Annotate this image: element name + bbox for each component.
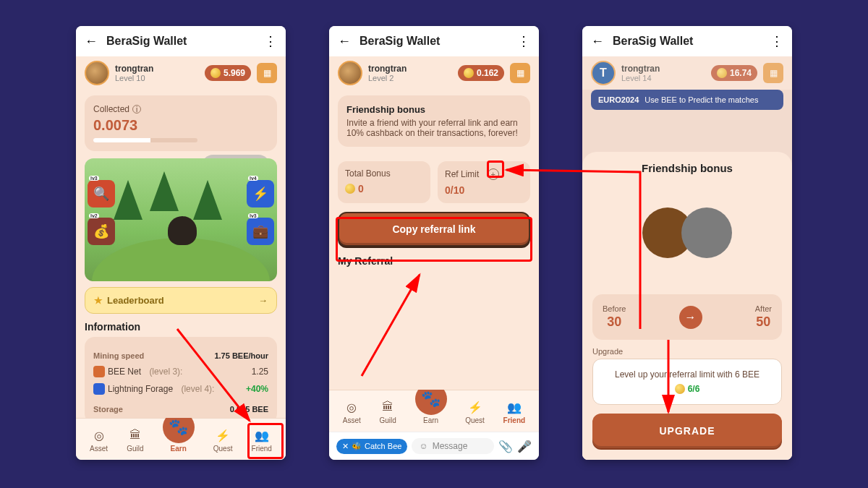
nav-asset[interactable]: ◎Asset xyxy=(343,399,361,424)
user-level: Level 14 xyxy=(621,74,705,82)
bonus-description: Invite a friend with your referral link … xyxy=(346,118,522,138)
app-title: BeraSig Wallet xyxy=(613,35,762,48)
coin-icon xyxy=(464,68,474,78)
back-icon[interactable]: ← xyxy=(338,34,351,49)
chevron-right-icon: → xyxy=(258,295,268,306)
gray-bear-icon xyxy=(681,207,732,258)
nav-friend[interactable]: 👥Friend xyxy=(252,427,272,453)
information-heading: Information xyxy=(85,321,277,333)
upgrade-button[interactable]: UPGRADE xyxy=(592,414,782,448)
add-ref-limit-icon[interactable]: + xyxy=(488,168,499,180)
qr-icon[interactable]: ▦ xyxy=(257,63,277,83)
storage-label: Storage xyxy=(93,405,123,414)
avatar[interactable]: T xyxy=(591,61,616,85)
close-icon[interactable]: ✕ xyxy=(342,442,349,451)
mining-speed-value: 1.75 BEE/hour xyxy=(214,351,268,360)
after-value: 50 xyxy=(755,314,772,330)
friend-icon: 👥 xyxy=(254,427,270,443)
nav-guild[interactable]: 🏛Guild xyxy=(127,427,143,453)
user-row: T trongtran Level 14 16.74 ▦ xyxy=(582,56,792,90)
back-icon[interactable]: ← xyxy=(591,34,604,49)
user-row: trongtran Level 2 0.162 ▦ xyxy=(329,56,539,90)
qr-icon[interactable]: ▦ xyxy=(510,63,530,83)
qr-icon[interactable]: ▦ xyxy=(763,63,783,83)
balance-value: 5.969 xyxy=(224,68,245,78)
quest-icon: ⚡ xyxy=(467,399,483,415)
tile-magnifier[interactable]: 🔍lv3 xyxy=(88,180,115,207)
balance-pill[interactable]: 0.162 xyxy=(458,65,504,81)
wallet-icon: ◎ xyxy=(344,399,359,415)
nav-quest[interactable]: ⚡Quest xyxy=(465,399,485,424)
total-bonus-value: 0 xyxy=(358,183,364,194)
balance-value: 16.74 xyxy=(730,68,752,78)
copy-referral-button[interactable]: Copy referral link xyxy=(338,212,530,247)
guild-icon: 🏛 xyxy=(380,399,396,415)
more-icon[interactable]: ⋮ xyxy=(770,33,783,49)
guild-icon: 🏛 xyxy=(127,427,143,443)
balance-pill[interactable]: 5.969 xyxy=(205,65,251,81)
upgrade-sheet: Friendship bonus Before30 → After50 Upgr… xyxy=(582,152,792,460)
friendship-bonus-card: Friendship bonus Invite a friend with yo… xyxy=(338,95,530,147)
info-icon[interactable]: i xyxy=(132,105,141,114)
catch-bee-chip[interactable]: ✕🐝Catch Bee xyxy=(336,439,407,454)
avatar[interactable] xyxy=(85,61,109,85)
nav-guild[interactable]: 🏛Guild xyxy=(380,399,396,424)
nav-asset[interactable]: ◎Asset xyxy=(90,427,108,453)
app-title: BeraSig Wallet xyxy=(106,35,255,48)
coin-icon xyxy=(210,68,221,78)
nav-friend[interactable]: 👥Friend xyxy=(503,399,526,424)
attachment-icon[interactable]: 📎 xyxy=(498,440,513,453)
username: trongtran xyxy=(368,64,452,74)
nav-earn[interactable]: 🐾Earn xyxy=(415,396,447,424)
collected-value: 0.0073 xyxy=(93,117,197,134)
tile-bag[interactable]: 💰lv2 xyxy=(88,218,115,245)
screen-2-friend: ← BeraSig Wallet ⋮ trongtran Level 2 0.1… xyxy=(329,26,539,460)
user-level: Level 10 xyxy=(115,74,199,82)
after-label: After xyxy=(755,304,772,313)
tile-case[interactable]: 💼lv3 xyxy=(247,218,274,245)
before-label: Before xyxy=(603,304,626,313)
more-icon[interactable]: ⋮ xyxy=(264,33,277,49)
leaderboard-label: Leaderboard xyxy=(107,295,164,306)
ref-limit-card: Ref Limit + 0/10 xyxy=(438,161,530,203)
bear-character xyxy=(168,216,197,245)
balance-pill[interactable]: 16.74 xyxy=(711,65,757,81)
ref-limit-label: Ref Limit xyxy=(445,169,479,179)
username: trongtran xyxy=(115,64,199,74)
message-input[interactable]: ☺Message xyxy=(412,438,494,454)
back-icon[interactable]: ← xyxy=(85,34,98,49)
header: ← BeraSig Wallet ⋮ xyxy=(76,26,286,56)
lightning-row: Lightning Forage (level 4): xyxy=(93,383,214,395)
avatar[interactable] xyxy=(338,61,362,85)
star-icon: ★ xyxy=(94,295,103,306)
friend-icon: 👥 xyxy=(506,399,522,415)
total-bonus-card: Total Bonus 0 xyxy=(338,161,430,203)
tile-lightning[interactable]: ⚡lv4 xyxy=(247,180,274,207)
euro-banner[interactable]: EURO2024 Use BEE to Predict the matches xyxy=(591,90,783,110)
total-bonus-label: Total Bonus xyxy=(345,168,423,179)
user-row: trongtran Level 10 5.969 ▦ xyxy=(76,56,286,90)
bee-net-row: BEE Net (level 3): xyxy=(93,366,182,377)
nav-earn[interactable]: 🐾Earn xyxy=(163,424,195,453)
arrow-right-icon: → xyxy=(679,306,702,329)
emoji-icon[interactable]: ☺ xyxy=(419,441,427,451)
wallet-icon: ◎ xyxy=(91,427,107,443)
coin-icon xyxy=(675,384,685,394)
collected-label: Collected i xyxy=(93,104,197,114)
mic-icon[interactable]: 🎤 xyxy=(517,440,532,453)
upgrade-cost: 6/6 xyxy=(688,384,700,394)
header: ← BeraSig Wallet ⋮ xyxy=(329,26,539,56)
upgrade-text: Level up your referral limit with 6 BEE xyxy=(603,369,771,380)
more-icon[interactable]: ⋮ xyxy=(517,33,530,49)
bee-net-value: 1.25 xyxy=(252,367,268,377)
euro-text: Use BEE to Predict the matches xyxy=(644,95,758,104)
storage-value: 0.075 BEE xyxy=(230,405,268,414)
leaderboard-row[interactable]: ★ Leaderboard → xyxy=(85,287,277,314)
ref-limit-value: 0/10 xyxy=(445,184,523,196)
nav-quest[interactable]: ⚡Quest xyxy=(213,427,233,453)
bonus-title: Friendship bonus xyxy=(346,104,522,115)
balance-value: 0.162 xyxy=(477,68,498,78)
game-canvas[interactable]: 🔍lv3 💰lv2 ⚡lv4 💼lv3 xyxy=(85,158,277,281)
quest-icon: ⚡ xyxy=(215,427,231,443)
screen-3-upgrade: ← BeraSig Wallet ⋮ T trongtran Level 14 … xyxy=(582,26,792,460)
